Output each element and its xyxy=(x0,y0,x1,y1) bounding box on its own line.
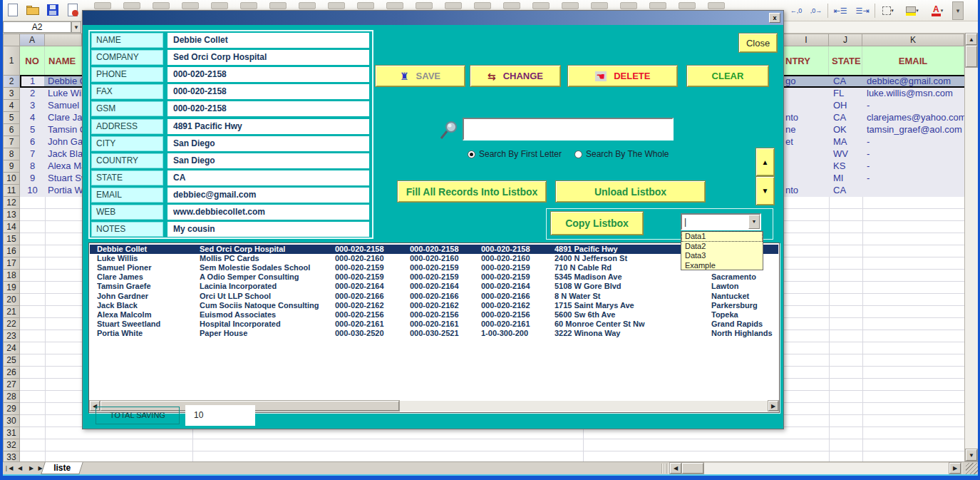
cell-state[interactable]: CA xyxy=(829,112,862,124)
toolbar-icon[interactable] xyxy=(416,2,433,9)
dropdown-option-data1[interactable]: Data1 xyxy=(682,232,762,241)
field-value-country[interactable]: San Diego xyxy=(167,153,369,168)
cell-email[interactable]: - xyxy=(862,148,964,160)
row-header-6[interactable]: 6 xyxy=(3,124,20,136)
toolbar-icon[interactable] xyxy=(94,2,111,9)
cell-name[interactable]: Stuart Sweetland xyxy=(45,173,82,185)
toolbar-icon[interactable] xyxy=(445,2,462,9)
header-cell-country[interactable]: NTRY xyxy=(784,46,829,76)
row-header-21[interactable]: 21 xyxy=(3,306,20,318)
cell-name[interactable]: Luke Willis xyxy=(45,88,82,100)
decrease-indent-icon[interactable]: ⇤☰ xyxy=(830,2,850,19)
toolbar-options-icon[interactable]: ▾ xyxy=(952,1,964,20)
row-header-26[interactable]: 26 xyxy=(3,367,20,379)
dropdown-option-data3[interactable]: Data3 xyxy=(682,251,762,260)
fill-records-button[interactable]: Fill All Records Into Listbox xyxy=(397,180,547,203)
cell-state[interactable]: OK xyxy=(829,124,862,136)
horizontal-scrollbar[interactable]: ◀ ▶ xyxy=(669,463,962,474)
cell-state[interactable]: KS xyxy=(829,160,862,173)
vertical-scroll-thumb[interactable] xyxy=(966,46,977,67)
listbox-row[interactable]: Portia WhitePaper House000-030-2520000-0… xyxy=(90,329,778,338)
fill-color-icon[interactable]: ▾ xyxy=(901,2,924,19)
name-box-dropdown-icon[interactable]: ▼ xyxy=(71,21,81,33)
row-header-24[interactable]: 24 xyxy=(3,342,20,354)
decrease-decimal-icon[interactable]: ,0→ xyxy=(807,2,825,19)
cell-state[interactable]: OH xyxy=(829,100,862,112)
radio-search-whole[interactable]: Search By The Whole xyxy=(574,149,669,159)
row-header-5[interactable]: 5 xyxy=(3,112,20,124)
cell-name[interactable]: Portia White xyxy=(45,185,82,197)
spin-up-button[interactable]: ▲ xyxy=(755,148,775,176)
scroll-left-icon[interactable]: ◀ xyxy=(670,463,681,474)
cell-country[interactable] xyxy=(784,88,829,100)
cell-email[interactable]: luke.willis@msn.com xyxy=(862,88,964,100)
field-value-fax[interactable]: 000-020-2158 xyxy=(167,84,369,99)
toolbar-icon[interactable] xyxy=(708,2,725,9)
spin-down-button[interactable]: ▼ xyxy=(755,176,775,205)
toolbar-icon[interactable] xyxy=(328,2,345,9)
cell-email[interactable]: - xyxy=(862,136,964,148)
unload-listbox-button[interactable]: Unload Listbox xyxy=(555,180,706,203)
field-value-company[interactable]: Sed Orci Corp Hospital xyxy=(167,50,369,65)
first-sheet-icon[interactable]: ❘◀ xyxy=(3,463,14,474)
row-header-12[interactable]: 12 xyxy=(3,197,20,209)
select-all-corner[interactable] xyxy=(3,34,20,46)
listbox-row[interactable]: John GardnerOrci Ut LLP School000-020-21… xyxy=(90,292,778,301)
cell-no[interactable]: 7 xyxy=(20,148,45,160)
toolbar-icon[interactable] xyxy=(386,2,403,9)
row-header-16[interactable]: 16 xyxy=(3,245,20,257)
toolbar-icon[interactable] xyxy=(211,2,228,9)
toolbar-icon[interactable] xyxy=(620,2,637,9)
cell-name[interactable]: Alexa Malcolm xyxy=(45,160,82,173)
prev-sheet-icon[interactable]: ◀ xyxy=(14,463,26,474)
toolbar-icon[interactable] xyxy=(649,2,666,9)
row-header-31[interactable]: 31 xyxy=(3,427,20,439)
row-header-15[interactable]: 15 xyxy=(3,233,20,245)
toolbar-icon[interactable] xyxy=(182,2,199,9)
toolbar-icon[interactable] xyxy=(123,2,140,9)
cell-no[interactable]: 3 xyxy=(20,100,45,112)
cell-no[interactable]: 10 xyxy=(20,185,45,197)
cell-no[interactable]: 4 xyxy=(20,112,45,124)
radio-search-first-letter[interactable]: Search By First Letter xyxy=(468,149,562,159)
listbox-row[interactable]: Debbie ColletSed Orci Corp Hospital000-0… xyxy=(90,245,778,254)
row-header-11[interactable]: 11 xyxy=(3,185,20,197)
row-header-2[interactable]: 2 xyxy=(3,76,20,88)
toolbar-icon[interactable] xyxy=(562,2,579,9)
row-header-17[interactable]: 17 xyxy=(3,257,20,270)
field-value-email[interactable]: debbiec@gmail.com xyxy=(167,188,369,203)
cell-no[interactable]: 9 xyxy=(20,173,45,185)
open-icon[interactable] xyxy=(26,3,41,19)
row-header-14[interactable]: 14 xyxy=(3,221,20,233)
increase-decimal-icon[interactable]: ←,0 xyxy=(787,2,805,19)
cell-country[interactable] xyxy=(784,100,829,112)
cell-name[interactable]: Tamsin Graefe xyxy=(45,124,82,136)
name-box[interactable]: A2 xyxy=(3,21,71,33)
row-header-30[interactable]: 30 xyxy=(3,415,20,427)
cell-state[interactable]: FL xyxy=(829,88,862,100)
row-header-8[interactable]: 8 xyxy=(3,148,20,160)
cell-country[interactable]: ne xyxy=(784,124,829,136)
cell-no[interactable]: 5 xyxy=(20,124,45,136)
cell-name[interactable]: Clare James xyxy=(45,112,82,124)
toolbar-icon[interactable] xyxy=(679,2,696,9)
cell-no[interactable]: 8 xyxy=(20,160,45,173)
next-sheet-icon[interactable]: ▶ xyxy=(26,463,37,474)
vertical-scrollbar[interactable]: ▲ ▼ xyxy=(964,34,978,461)
row-header-22[interactable]: 22 xyxy=(3,318,20,330)
close-icon[interactable]: x xyxy=(769,13,780,23)
toolbar-icon[interactable] xyxy=(532,2,550,9)
toolbar-icon[interactable] xyxy=(357,2,374,9)
toolbar-icon[interactable] xyxy=(269,2,287,9)
cell-state[interactable]: MA xyxy=(829,136,862,148)
borders-icon[interactable]: ▾ xyxy=(877,2,899,19)
cell-no[interactable]: 2 xyxy=(20,88,45,100)
row-header-10[interactable]: 10 xyxy=(3,173,20,185)
toolbar-icon[interactable] xyxy=(503,2,520,9)
cell-state[interactable]: CA xyxy=(829,185,862,197)
increase-indent-icon[interactable]: ☰⇥ xyxy=(852,2,872,19)
cell-email[interactable]: - xyxy=(862,100,964,112)
cell-email[interactable] xyxy=(862,185,964,197)
row-header-32[interactable]: 32 xyxy=(3,439,20,451)
row-header-25[interactable]: 25 xyxy=(3,354,20,367)
